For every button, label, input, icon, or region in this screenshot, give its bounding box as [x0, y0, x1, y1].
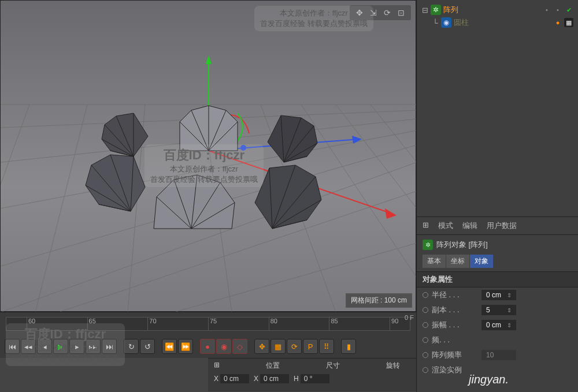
array-icon: ✲ [423, 240, 433, 250]
svg-marker-18 [352, 136, 362, 144]
svg-line-8 [1, 104, 29, 312]
radius-field[interactable]: 0 cm⇕ [481, 290, 516, 300]
play-button[interactable]: ▶ [53, 339, 68, 354]
texture-tag-icon[interactable]: ▦ [564, 18, 573, 27]
menu-userdata[interactable]: 用户数据 [487, 221, 517, 231]
attr-object-title: ✲ 阵列对象 [阵列] [417, 235, 578, 255]
goto-end-button[interactable]: ⏭ [102, 339, 117, 354]
ruler-tick: 75 [208, 318, 217, 330]
array-icon: ✲ [431, 5, 441, 15]
visibility-tag-icon[interactable]: • [542, 5, 551, 14]
prev-frame-button[interactable]: ◂ [37, 339, 52, 354]
expand-icon[interactable]: ⊟ [421, 6, 428, 14]
keyframe-button[interactable]: ◇ [232, 339, 247, 354]
tree-line-icon: └ [432, 18, 439, 27]
attr-row-arrayfreq: 阵列频率 10 [417, 348, 578, 363]
keyframe-dot-icon[interactable] [423, 352, 428, 358]
coord-header-rot: 旋转 [386, 361, 400, 371]
attribute-manager[interactable]: ⊞ 模式 编辑 用户数据 ✲ 阵列对象 [阵列] 基本 坐标 对象 对象属性 半… [416, 216, 578, 392]
transport-controls: ⏮ ◂◂ ◂ ▶ ▸ ▸▸ ⏭ ↻ ↺ ⏪ ⏩ ● ◉ ◇ ✥ ▦ ⟳ P ⠿ … [0, 335, 416, 358]
record-button[interactable]: ● [200, 339, 215, 354]
svg-marker-16 [206, 55, 212, 64]
prev-key-button[interactable]: ◂◂ [21, 339, 36, 354]
object-row-cylinder[interactable]: └ ◉ 圆柱 ● ▦ [421, 16, 573, 29]
object-name[interactable]: 阵列 [443, 5, 458, 15]
ruler-tick: 85 [329, 318, 338, 330]
ruler-tick: 90 [390, 318, 398, 330]
keyframe-dot-icon[interactable] [423, 322, 428, 328]
viewport-nav-icons: ✥ ⇲ ⟳ ⊡ [350, 5, 411, 20]
tab-coord[interactable]: 坐标 [446, 255, 469, 268]
enable-tag-icon[interactable]: ✔ [564, 5, 573, 14]
next-key-button[interactable]: ▸▸ [86, 339, 101, 354]
attr-section-header: 对象属性 [417, 271, 578, 288]
grid-icon[interactable]: ⊞ [423, 221, 429, 231]
tag-icon[interactable]: ● [553, 18, 562, 27]
rot-h-field[interactable]: 0 ° [301, 374, 329, 383]
cycle-button[interactable]: ↺ [140, 339, 155, 354]
svg-point-19 [240, 145, 246, 151]
ruler-tick: 65 [87, 318, 96, 330]
coordinates-panel: ⊞ 位置 尺寸 旋转 X0 cm X0 cm H0 ° [208, 358, 416, 391]
object-manager[interactable]: ⊟ ✲ 阵列 • • ✔ └ ◉ 圆柱 ● ▦ [416, 0, 578, 216]
nav-move-icon[interactable]: ✥ [354, 8, 365, 18]
ruler-tick: 80 [269, 318, 277, 330]
move-key-button[interactable]: ✥ [254, 339, 269, 354]
ruler[interactable]: 60 65 70 75 80 85 90 [6, 317, 410, 331]
coord-header-pos: 位置 [266, 361, 280, 371]
keyframe-dot-icon[interactable] [423, 292, 428, 298]
keyframe-dot-icon[interactable] [423, 367, 428, 373]
3d-viewport[interactable]: ✥ ⇲ ⟳ ⊡ 网格间距 : 100 cm [0, 0, 416, 312]
attr-row-amplitude: 振幅 . . . 0 cm⇕ [417, 318, 578, 333]
menu-mode[interactable]: 模式 [438, 221, 453, 231]
menu-edit[interactable]: 编辑 [462, 221, 477, 231]
goto-start-button[interactable]: ⏮ [5, 339, 20, 354]
amplitude-field[interactable]: 0 cm⇕ [481, 320, 516, 330]
svg-marker-50 [86, 155, 145, 211]
nav-zoom-icon[interactable]: ⇲ [368, 8, 379, 18]
watermark-jingyan: jingyan. [469, 373, 509, 386]
param-key-button[interactable]: P [303, 339, 318, 354]
ruler-tick: 60 [27, 318, 35, 330]
attr-row-freq: 频. . . [417, 333, 578, 348]
skip-start-button[interactable]: ⏪ [162, 339, 177, 354]
tab-object[interactable]: 对象 [470, 255, 493, 268]
rotate-key-button[interactable]: ⟳ [287, 339, 302, 354]
arrayfreq-field[interactable]: 10 [481, 350, 516, 360]
size-x-field[interactable]: 0 cm [260, 374, 289, 383]
skip-end-button[interactable]: ⏩ [178, 339, 193, 354]
svg-line-9 [35, 104, 87, 312]
object-row-array[interactable]: ⊟ ✲ 阵列 • • ✔ [421, 3, 573, 16]
keyframe-dot-icon[interactable] [423, 337, 428, 343]
grid-icon[interactable]: ⊞ [214, 361, 220, 371]
scale-key-button[interactable]: ▦ [271, 339, 286, 354]
timeline-ruler[interactable]: 60 65 70 75 80 85 90 0 F [0, 312, 416, 335]
attr-menu-bar: ⊞ 模式 编辑 用户数据 [417, 217, 578, 235]
object-name[interactable]: 圆柱 [454, 17, 469, 28]
svg-marker-17 [385, 208, 397, 219]
attr-tabs: 基本 坐标 对象 [417, 255, 578, 271]
pos-x-field[interactable]: 0 cm [220, 374, 249, 383]
ruler-tick: 70 [147, 318, 156, 330]
coord-header-size: 尺寸 [326, 361, 340, 371]
timeline-open-button[interactable]: ▮ [341, 339, 356, 354]
copies-field[interactable]: 5⇕ [481, 305, 516, 315]
autokey-button[interactable]: ◉ [216, 339, 231, 354]
grid-distance-label: 网格间距 : 100 cm [346, 293, 412, 308]
svg-marker-32 [268, 115, 317, 162]
loop-button[interactable]: ↻ [124, 339, 139, 354]
nav-frame-icon[interactable]: ⊡ [396, 8, 406, 18]
viewport-scene [1, 1, 417, 312]
cylinder-icon: ◉ [441, 17, 451, 28]
attr-row-copies: 副本 . . . 5⇕ [417, 303, 578, 318]
pla-key-button[interactable]: ⠿ [319, 339, 334, 354]
nav-rotate-icon[interactable]: ⟳ [382, 8, 392, 18]
keyframe-dot-icon[interactable] [423, 307, 428, 313]
tab-basic[interactable]: 基本 [423, 255, 446, 268]
visibility-tag-icon[interactable]: • [553, 5, 562, 14]
end-frame-label: 0 F [405, 314, 414, 321]
svg-line-15 [370, 104, 417, 162]
attr-row-radius: 半径 . . . 0 cm⇕ [417, 288, 578, 303]
next-frame-button[interactable]: ▸ [69, 339, 84, 354]
